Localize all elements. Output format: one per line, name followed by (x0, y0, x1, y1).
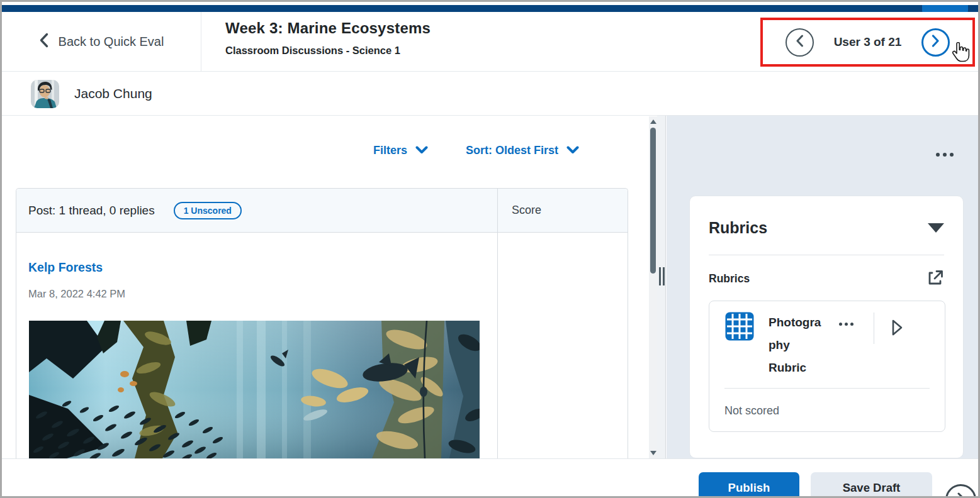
unscored-badge: 1 Unscored (174, 202, 242, 219)
chevron-left-icon (796, 35, 804, 50)
open-rubrics-popout-button[interactable] (927, 269, 944, 288)
score-column-header: Score (497, 204, 541, 217)
learner-bar: Jacob Chung (2, 72, 978, 116)
chevron-right-icon (957, 492, 966, 498)
filters-label: Filters (373, 144, 407, 157)
rubric-overflow-menu-button[interactable] (836, 320, 856, 328)
rubrics-sub-label: Rubrics (709, 272, 750, 285)
rubric-list-item: Photography Rubric Not scored (709, 301, 945, 432)
publish-button[interactable]: Publish (699, 472, 799, 498)
rubric-grid-icon (724, 311, 755, 344)
post-row: Kelp Forests Mar 8, 2022 4:42 PM (16, 233, 628, 458)
back-label: Back to Quick Eval (59, 35, 164, 49)
sort-label: Sort: Oldest First (466, 144, 558, 157)
kelp-forest-image (29, 321, 480, 458)
ellipsis-icon (839, 323, 842, 326)
scrollbar-thumb[interactable] (650, 128, 656, 274)
evaluation-footer: Publish Save Draft (2, 458, 978, 498)
save-draft-button[interactable]: Save Draft (811, 472, 932, 498)
learner-avatar (31, 80, 59, 108)
sort-dropdown[interactable]: Sort: Oldest First (466, 144, 579, 157)
quick-eval-evaluation-window: Back to Quick Eval Week 3: Marine Ecosys… (0, 0, 980, 498)
triangle-right-icon (891, 329, 903, 338)
chevron-right-icon (932, 35, 940, 50)
filters-dropdown[interactable]: Filters (373, 144, 428, 157)
collapse-triangle-icon[interactable] (928, 223, 944, 233)
chevron-left-icon (39, 33, 48, 51)
content-scrollbar[interactable] (649, 116, 657, 458)
post-summary-text: Post: 1 thread, 0 replies (28, 204, 155, 218)
posts-table-header: Post: 1 thread, 0 replies 1 Unscored Sco… (16, 189, 628, 233)
external-link-icon (927, 269, 944, 288)
evaluation-panel: Rubrics Rubrics (667, 116, 980, 458)
next-user-button[interactable] (921, 28, 950, 57)
rubric-status: Not scored (724, 389, 945, 431)
title-block: Week 3: Marine Ecosystems Classroom Disc… (225, 19, 431, 57)
rubrics-card: Rubrics Rubrics (689, 196, 964, 458)
page-subtitle: Classroom Discussions - Science 1 (225, 45, 431, 57)
ellipsis-icon (936, 153, 940, 157)
top-navy-bar (2, 5, 978, 12)
chevron-down-icon (415, 144, 428, 157)
page-title: Week 3: Marine Ecosystems (225, 19, 431, 37)
post-summary-cell: Post: 1 thread, 0 replies 1 Unscored (16, 202, 497, 219)
scroll-up-arrow-icon[interactable] (650, 119, 656, 124)
hand-pointer-cursor-icon (951, 42, 970, 66)
rubric-name-link[interactable]: Photography Rubric (769, 311, 826, 379)
rubrics-card-header: Rubrics (709, 196, 944, 255)
scroll-down-arrow-icon[interactable] (650, 451, 656, 455)
score-column-divider (497, 189, 498, 458)
posts-table: Post: 1 thread, 0 replies 1 Unscored Sco… (16, 188, 628, 458)
pane-resize-handle[interactable] (659, 267, 665, 285)
user-navigation-annotation-highlight: User 3 of 21 (760, 18, 975, 67)
pane-resize-gutter (657, 116, 666, 458)
rubric-item-header: Photography Rubric (724, 311, 945, 379)
post-title-link[interactable]: Kelp Forests (28, 260, 103, 275)
rubrics-subheader-row: Rubrics (709, 255, 944, 301)
user-position-label: User 3 of 21 (834, 35, 902, 49)
rubrics-section-title: Rubrics (709, 219, 767, 237)
back-to-quick-eval-button[interactable]: Back to Quick Eval (2, 12, 201, 71)
learner-name: Jacob Chung (74, 86, 152, 101)
chevron-down-icon (566, 144, 579, 157)
panel-overflow-menu-button[interactable] (933, 150, 956, 159)
next-record-button[interactable] (945, 484, 976, 498)
expand-rubric-button[interactable] (891, 319, 903, 338)
post-date: Mar 8, 2022 4:42 PM (28, 288, 628, 300)
discussion-posts-pane: Filters Sort: Oldest First Post: 1 threa… (2, 116, 649, 458)
rubric-item-divider (874, 313, 874, 344)
previous-user-button[interactable] (786, 28, 814, 57)
page-header: Back to Quick Eval Week 3: Marine Ecosys… (2, 12, 978, 72)
posts-toolbar: Filters Sort: Oldest First (373, 144, 579, 157)
